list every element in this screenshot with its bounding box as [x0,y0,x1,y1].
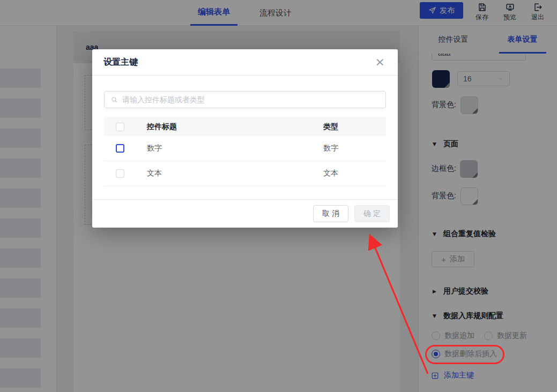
row-checkbox[interactable] [116,169,124,178]
search-icon [110,96,118,103]
set-primary-key-modal: 设置主键 × 控件标题 类型 数字数字文本文本 [92,49,398,228]
column-header-title: 控件标题 [147,122,323,132]
row-checkbox-cell [104,144,147,153]
confirm-button[interactable]: 确定 [354,205,390,222]
row-checkbox-cell [104,169,147,178]
row-title: 数字 [147,144,323,153]
form-designer-screen: 编辑表单流程设计 发布 保存预览退出 aaa 控件设置 表单设置 aaa 16 [0,0,557,392]
column-header-type: 类型 [323,122,386,132]
modal-body: 控件标题 类型 数字数字文本文本 [92,91,398,186]
table-row: 文本文本 [104,161,386,186]
row-type: 文本 [323,169,386,178]
modal-title: 设置主键 [103,57,138,68]
row-type: 数字 [323,144,386,153]
primary-key-table: 控件标题 类型 数字数字文本文本 [104,117,386,186]
modal-header: 设置主键 × [92,49,398,76]
select-all-checkbox[interactable] [116,123,124,131]
table-row: 数字数字 [104,136,386,161]
search-box [104,91,386,108]
modal-footer: 取消 确定 [92,199,398,228]
row-checkbox[interactable] [116,144,124,153]
table-header: 控件标题 类型 [104,117,386,136]
cancel-button[interactable]: 取消 [313,205,348,222]
close-icon[interactable]: × [375,56,385,68]
table-body: 数字数字文本文本 [104,136,386,186]
row-title: 文本 [147,169,323,178]
search-input[interactable] [122,95,380,104]
